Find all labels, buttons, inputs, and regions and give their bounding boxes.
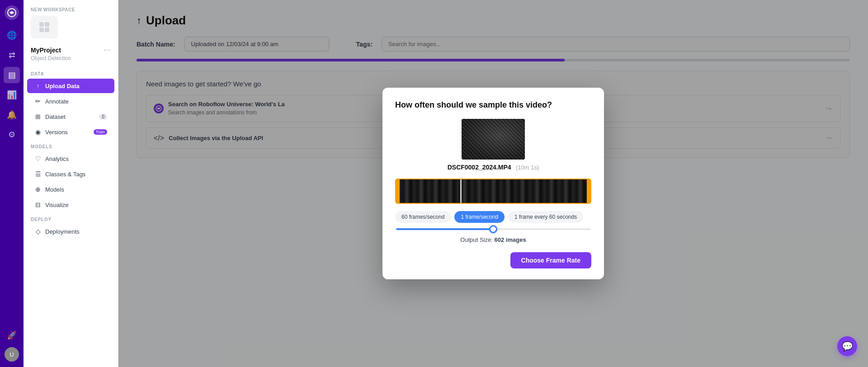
icon-bar: 🌐 ⇄ ▤ 📊 🔔 ⚙ 🚀 U xyxy=(0,0,24,367)
workspace-label: NEW WORKSPACE xyxy=(24,7,118,16)
sidebar-item-dataset-label: Dataset xyxy=(45,113,66,120)
models-section-label: MODELS xyxy=(24,140,118,151)
frame-option-slow[interactable]: 1 frame every 60 seconds xyxy=(508,211,583,223)
sidebar-item-analytics[interactable]: ♡ Analytics xyxy=(27,151,114,166)
filmstrip xyxy=(395,179,591,204)
modal-actions: Choose Frame Rate xyxy=(395,252,591,268)
versions-badge: Train xyxy=(94,129,107,135)
chat-widget-button[interactable]: 💬 xyxy=(837,336,857,356)
sidebar-item-versions-label: Versions xyxy=(45,129,68,136)
sidebar-item-visualize-label: Visualize xyxy=(45,202,69,208)
sidebar-item-upload[interactable]: ↑ Upload Data xyxy=(27,79,114,93)
slider-fill xyxy=(396,228,493,230)
workspace-icon xyxy=(31,16,58,38)
frame-options: 60 frames/second 1 frame/second 1 frame … xyxy=(395,211,591,223)
svg-rect-4 xyxy=(45,28,49,32)
annotate-icon: ✏ xyxy=(34,98,42,105)
output-value: 602 images xyxy=(495,236,526,243)
models-icon: ⊕ xyxy=(34,186,42,193)
video-duration: (10m 1s) xyxy=(516,164,539,171)
deploy-section-label: DEPLOY xyxy=(24,212,118,224)
sidebar-item-deployments-label: Deployments xyxy=(45,228,80,235)
video-thumb-container: DSCF0002_2024.MP4 (10m 1s) xyxy=(395,119,591,171)
data-section-label: DATA xyxy=(24,67,118,78)
sidebar-item-deployments[interactable]: ◇ Deployments xyxy=(27,224,114,239)
upload-icon: ↑ xyxy=(34,82,42,89)
frame-option-normal[interactable]: 1 frame/second xyxy=(454,211,505,223)
frame-rate-modal: How often should we sample this video? D… xyxy=(382,88,604,279)
slider-thumb[interactable] xyxy=(489,225,497,233)
sidebar-item-upload-label: Upload Data xyxy=(45,83,80,89)
output-label: Output Size: xyxy=(460,236,493,243)
versions-icon: ◉ xyxy=(34,128,42,136)
rocket-icon-btn[interactable]: 🚀 xyxy=(4,327,20,343)
filmstrip-position-marker xyxy=(460,179,462,203)
database-icon-btn[interactable]: ▤ xyxy=(4,67,20,83)
filmstrip-handle-left[interactable] xyxy=(396,179,400,203)
video-thumb-overlay xyxy=(462,119,525,160)
chart-icon-btn[interactable]: 📊 xyxy=(4,87,20,103)
slider-track xyxy=(396,228,590,230)
project-type: Object Detection xyxy=(24,55,118,67)
sidebar-item-visualize[interactable]: ⊟ Visualize xyxy=(27,198,114,212)
more-button[interactable]: ⋯ xyxy=(104,46,111,54)
video-info: DSCF0002_2024.MP4 (10m 1s) xyxy=(448,163,539,171)
classes-icon: ☰ xyxy=(34,170,42,178)
sidebar-item-classes[interactable]: ☰ Classes & Tags xyxy=(27,167,114,181)
project-row: MyProject ⋯ xyxy=(24,44,118,55)
project-name: MyProject xyxy=(31,47,61,54)
video-thumbnail xyxy=(462,119,525,160)
dataset-icon: ⊞ xyxy=(34,113,42,120)
bell-icon-btn[interactable]: 🔔 xyxy=(4,107,20,123)
app-logo[interactable] xyxy=(5,5,19,20)
svg-rect-2 xyxy=(45,22,49,27)
sidebar-item-dataset[interactable]: ⊞ Dataset 0 xyxy=(27,109,114,124)
transfer-icon-btn[interactable]: ⇄ xyxy=(4,47,20,63)
analytics-icon: ♡ xyxy=(34,155,42,162)
frame-option-fast[interactable]: 60 frames/second xyxy=(395,211,451,223)
sidebar-item-classes-label: Classes & Tags xyxy=(45,171,85,178)
filmstrip-handle-right[interactable] xyxy=(587,179,590,203)
modal-title: How often should we sample this video? xyxy=(395,100,591,110)
output-size-text: Output Size: 602 images xyxy=(395,236,591,243)
modal-overlay[interactable]: How often should we sample this video? D… xyxy=(118,0,868,367)
frame-rate-slider-container xyxy=(395,228,591,230)
sidebar-item-versions[interactable]: ◉ Versions Train xyxy=(27,125,114,139)
globe-icon-btn[interactable]: 🌐 xyxy=(4,27,20,43)
main-content: ↑ Upload Batch Name: Tags: Need images t… xyxy=(118,0,868,367)
svg-rect-3 xyxy=(39,28,44,32)
gear-icon-btn[interactable]: ⚙ xyxy=(4,127,20,143)
filmstrip-inner xyxy=(396,179,590,203)
choose-frame-rate-button[interactable]: Choose Frame Rate xyxy=(510,252,591,268)
sidebar-item-analytics-label: Analytics xyxy=(45,155,69,162)
sidebar-item-annotate[interactable]: ✏ Annotate xyxy=(27,94,114,108)
sidebar-item-models[interactable]: ⊕ Models xyxy=(27,182,114,197)
svg-rect-1 xyxy=(39,22,44,27)
sidebar-item-models-label: Models xyxy=(45,186,64,193)
sidebar-item-annotate-label: Annotate xyxy=(45,98,69,105)
user-avatar[interactable]: U xyxy=(5,347,19,362)
sidebar: NEW WORKSPACE MyProject ⋯ Object Detecti… xyxy=(24,0,118,367)
video-filename: DSCF0002_2024.MP4 xyxy=(448,164,511,171)
dataset-badge: 0 xyxy=(99,114,107,120)
visualize-icon: ⊟ xyxy=(34,201,42,208)
deployments-icon: ◇ xyxy=(34,228,42,235)
